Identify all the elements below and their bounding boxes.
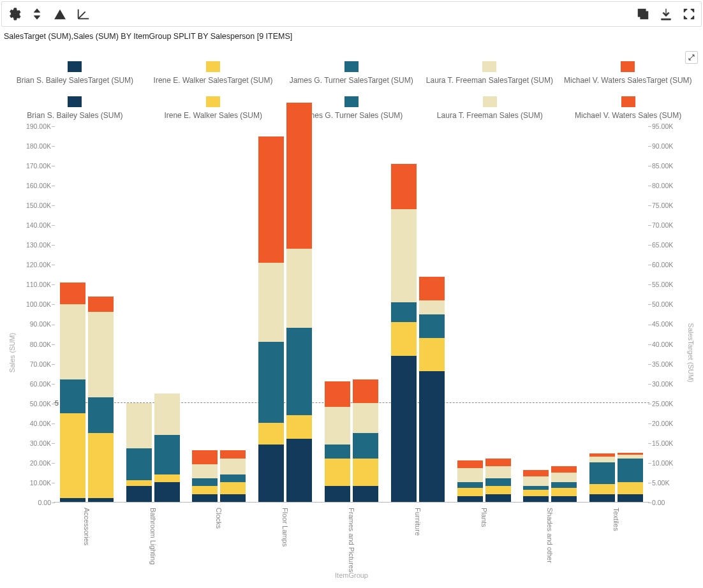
bar-segment <box>126 486 152 502</box>
bar-groups <box>54 126 649 502</box>
sales-target-bar[interactable] <box>391 164 417 502</box>
bar-segment <box>391 356 417 502</box>
legend-label: Brian S. Bailey SalesTarget (SUM) <box>17 76 133 85</box>
legend-swatch <box>621 61 635 72</box>
x-label-cell: Plants <box>451 504 517 579</box>
bar-segment <box>523 470 549 476</box>
sales-bar[interactable] <box>485 459 511 502</box>
x-label-cell: Shades and other <box>517 504 583 579</box>
bar-segment <box>353 459 378 486</box>
sales-target-bar[interactable] <box>589 453 615 502</box>
legend-swatch <box>206 96 220 107</box>
sales-bar[interactable] <box>551 466 577 502</box>
bar-group <box>252 126 318 502</box>
sales-target-bar[interactable] <box>258 136 284 502</box>
bar-group <box>54 126 120 502</box>
sales-target-bar[interactable] <box>126 403 152 502</box>
y-axis-right-title: SalesTarget (SUM) <box>688 323 695 383</box>
bar-segment <box>192 464 218 478</box>
download-icon[interactable] <box>659 7 673 21</box>
legend-item[interactable]: Laura T. Freeman Sales (SUM) <box>426 96 554 120</box>
bar-segment <box>419 371 445 502</box>
bar-segment <box>391 164 417 209</box>
x-axis-label: Plants <box>480 508 488 527</box>
x-label-cell: Bathroom Lighting <box>120 504 186 579</box>
drill-down-icon[interactable] <box>76 7 90 21</box>
bar-segment <box>523 490 549 496</box>
bar-segment <box>523 496 549 502</box>
sales-bar[interactable] <box>220 450 246 502</box>
legend-item[interactable]: Brian S. Bailey SalesTarget (SUM) <box>11 61 138 85</box>
legend: Brian S. Bailey SalesTarget (SUM)Irene E… <box>1 48 702 124</box>
bar-segment <box>154 393 180 435</box>
bar-segment <box>88 297 114 312</box>
bar-segment <box>589 484 615 494</box>
bar-segment <box>286 103 312 249</box>
sales-target-bar[interactable] <box>60 283 85 502</box>
legend-item[interactable]: James G. Turner SalesTarget (SUM) <box>288 61 415 85</box>
legend-label: Michael V. Waters SalesTarget (SUM) <box>564 76 692 85</box>
sales-target-bar[interactable] <box>523 470 549 502</box>
copy-icon[interactable] <box>636 7 650 21</box>
legend-swatch <box>482 61 496 72</box>
sales-target-bar[interactable] <box>192 450 218 502</box>
bar-segment <box>258 445 284 502</box>
bar-segment <box>419 277 445 300</box>
sales-bar[interactable] <box>154 393 180 502</box>
bar-segment <box>60 379 85 413</box>
bar-segment <box>192 486 218 494</box>
bar-segment <box>88 397 114 433</box>
legend-swatch <box>68 96 82 107</box>
bar-group <box>120 126 186 502</box>
bar-segment <box>220 494 246 502</box>
bar-segment <box>457 482 483 488</box>
chart-subtitle: SalesTarget (SUM),Sales (SUM) BY ItemGro… <box>0 28 703 47</box>
legend-swatch <box>344 61 359 72</box>
sales-bar[interactable] <box>618 453 643 502</box>
bar-segment <box>485 466 511 478</box>
bar-group <box>517 126 583 502</box>
sales-bar[interactable] <box>419 277 445 502</box>
bar-group <box>451 126 517 502</box>
legend-item[interactable]: Irene E. Walker Sales (SUM) <box>149 96 277 120</box>
legend-swatch <box>68 61 82 72</box>
bar-segment <box>126 448 152 480</box>
x-axis-label: Accessories <box>83 508 91 545</box>
legend-item[interactable]: Brian S. Bailey Sales (SUM) <box>11 96 138 120</box>
gear-icon[interactable] <box>7 7 21 21</box>
bar-group <box>385 126 451 502</box>
bar-segment <box>523 476 549 487</box>
bar-segment <box>325 381 350 407</box>
legend-item[interactable]: Irene E. Walker SalesTarget (SUM) <box>149 61 277 85</box>
sort-icon[interactable] <box>30 7 44 21</box>
sales-bar[interactable] <box>353 379 378 502</box>
drill-up-icon[interactable] <box>53 7 67 21</box>
bar-segment <box>391 322 417 356</box>
bar-segment <box>618 494 643 502</box>
legend-item[interactable]: Laura T. Freeman SalesTarget (SUM) <box>426 61 553 85</box>
legend-item[interactable]: Michael V. Waters Sales (SUM) <box>565 96 692 120</box>
bar-segment <box>485 494 511 502</box>
x-label-cell: Frames and Pictures <box>318 504 385 579</box>
sales-bar[interactable] <box>88 297 114 502</box>
plot-area: 5 <box>54 126 649 503</box>
maximize-panel-button[interactable] <box>685 51 698 64</box>
chart-panel: Brian S. Bailey SalesTarget (SUM)Irene E… <box>1 48 702 579</box>
bar-segment <box>60 413 85 498</box>
x-axis-label: Clocks <box>215 508 223 529</box>
fullscreen-icon[interactable] <box>682 7 696 21</box>
legend-item[interactable]: Michael V. Waters SalesTarget (SUM) <box>564 61 692 85</box>
bar-segment <box>551 482 577 488</box>
x-label-cell: Clocks <box>186 504 253 579</box>
bar-segment <box>551 466 577 472</box>
legend-label: Irene E. Walker SalesTarget (SUM) <box>154 76 273 85</box>
bar-segment <box>325 407 350 445</box>
sales-target-bar[interactable] <box>457 460 483 502</box>
bar-segment <box>220 482 246 494</box>
bar-segment <box>220 459 246 474</box>
x-axis-title: ItemGroup <box>1 571 702 579</box>
x-label-cell: Furniture <box>385 504 451 579</box>
sales-target-bar[interactable] <box>325 381 350 502</box>
sales-bar[interactable] <box>286 103 312 502</box>
bar-segment <box>419 314 445 338</box>
